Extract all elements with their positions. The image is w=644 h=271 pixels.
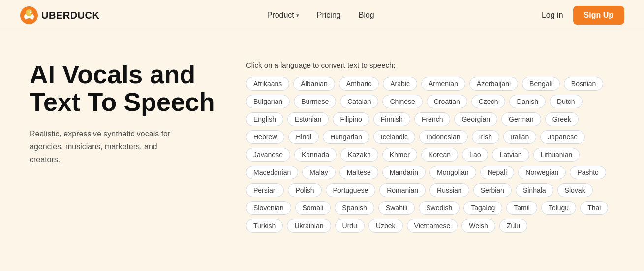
language-tag[interactable]: Serbian [473,183,512,197]
signup-button[interactable]: Sign Up [573,6,624,25]
language-tag[interactable]: Afrikaans [246,77,289,91]
language-tag[interactable]: Chinese [382,95,422,108]
language-tag[interactable]: Slovenian [246,201,291,215]
language-tag[interactable]: Lithuanian [533,148,580,162]
hero-title: AI Vocals and Text To Speech [30,61,216,116]
language-tag[interactable]: Javanese [246,148,290,162]
language-tag[interactable]: Norwegian [518,166,566,179]
language-tag[interactable]: Kazakh [340,148,378,162]
chevron-down-icon: ▾ [296,12,299,19]
language-tag[interactable]: Thai [580,201,608,215]
language-tag[interactable]: Welsh [461,219,495,233]
language-tag[interactable]: Bulgarian [246,95,290,108]
hero-subtitle: Realistic, expressive synthetic vocals f… [30,128,187,166]
language-section: Click on a language to convert text to s… [246,61,614,233]
language-tag[interactable]: Arabic [383,77,417,91]
language-tag[interactable]: Mandarin [382,166,426,179]
logo[interactable]: UBERDUCK [20,6,99,25]
language-tag[interactable]: Croatian [427,95,467,108]
svg-point-2 [26,9,32,16]
language-tag[interactable]: Finnish [373,112,410,126]
logo-text: UBERDUCK [41,10,99,21]
language-tag[interactable]: German [501,112,541,126]
language-tag[interactable]: Hindi [288,130,319,144]
language-tag[interactable]: Korean [421,148,458,162]
language-tag[interactable]: Nepali [480,166,515,179]
language-tag[interactable]: Armenian [421,77,465,91]
language-tag[interactable]: Filipino [333,112,369,126]
svg-point-5 [26,18,32,21]
language-tag[interactable]: Ukrainian [287,219,331,233]
main-nav: Product ▾ Pricing Blog [267,11,374,20]
language-tag[interactable]: Tamil [506,201,537,215]
language-tag[interactable]: Maltese [339,166,378,179]
language-tag[interactable]: Indonesian [419,130,468,144]
language-tag[interactable]: Spanish [335,201,374,215]
language-tag[interactable]: Khmer [382,148,417,162]
language-prompt: Click on a language to convert text to s… [246,61,614,69]
language-tag[interactable]: Tagalog [463,201,502,215]
language-tag[interactable]: Lao [462,148,488,162]
language-tag[interactable]: Bengali [522,77,560,91]
language-tag[interactable]: Portuguese [326,183,376,197]
login-button[interactable]: Log in [542,11,563,20]
language-tag[interactable]: Icelandic [373,130,415,144]
language-tag[interactable]: Czech [471,95,506,108]
main-content: AI Vocals and Text To Speech Realistic, … [0,31,644,252]
language-tag[interactable]: Bosnian [564,77,604,91]
language-tag[interactable]: Italian [503,130,536,144]
language-tag[interactable]: Mongolian [429,166,476,179]
nav-blog[interactable]: Blog [359,11,374,20]
language-tag[interactable]: Kannada [294,148,337,162]
site-header: UBERDUCK Product ▾ Pricing Blog Log in S… [0,0,644,31]
language-tag[interactable]: Turkish [246,219,283,233]
nav-product[interactable]: Product ▾ [267,11,299,20]
language-tag[interactable]: Catalan [340,95,378,108]
language-tag[interactable]: Sinhala [516,183,553,197]
language-tag[interactable]: Urdu [335,219,365,233]
language-tag[interactable]: Albanian [293,77,335,91]
language-tag[interactable]: Pashto [570,166,606,179]
language-tag[interactable]: Malay [302,166,335,179]
language-tag[interactable]: Swahili [378,201,415,215]
language-tag[interactable]: Polish [288,183,321,197]
nav-pricing[interactable]: Pricing [317,11,341,20]
language-tag[interactable]: Romanian [379,183,426,197]
language-tag[interactable]: Slovak [557,183,593,197]
language-tag[interactable]: Latvian [492,148,529,162]
language-tag[interactable]: Swedish [419,201,460,215]
language-tag[interactable]: Uzbek [368,219,403,233]
logo-icon [20,6,38,25]
language-tag[interactable]: Vietnamese [407,219,458,233]
hero-left: AI Vocals and Text To Speech Realistic, … [30,61,216,166]
language-tag[interactable]: Persian [246,183,284,197]
language-tag[interactable]: Greek [545,112,579,126]
language-tag[interactable]: Somali [295,201,331,215]
language-tag[interactable]: Azerbaijani [469,77,518,91]
language-tag[interactable]: Amharic [339,77,379,91]
header-actions: Log in Sign Up [542,6,624,25]
language-tag[interactable]: Irish [472,130,499,144]
language-tag[interactable]: French [414,112,451,126]
language-tag[interactable]: English [246,112,283,126]
language-tag[interactable]: Japanese [540,130,585,144]
language-tag[interactable]: Hebrew [246,130,284,144]
svg-point-4 [31,11,31,12]
language-tag[interactable]: Hungarian [323,130,369,144]
language-tag[interactable]: Russian [429,183,469,197]
language-tag[interactable]: Burmese [294,95,336,108]
language-tag[interactable]: Telugu [541,201,576,215]
language-tag[interactable]: Macedonian [246,166,298,179]
language-tag[interactable]: Georgian [454,112,497,126]
language-grid: AfrikaansAlbanianAmharicArabicArmenianAz… [246,77,614,233]
language-tag[interactable]: Dutch [550,95,583,108]
language-tag[interactable]: Zulu [499,219,527,233]
language-tag[interactable]: Estonian [287,112,329,126]
language-tag[interactable]: Danish [509,95,546,108]
